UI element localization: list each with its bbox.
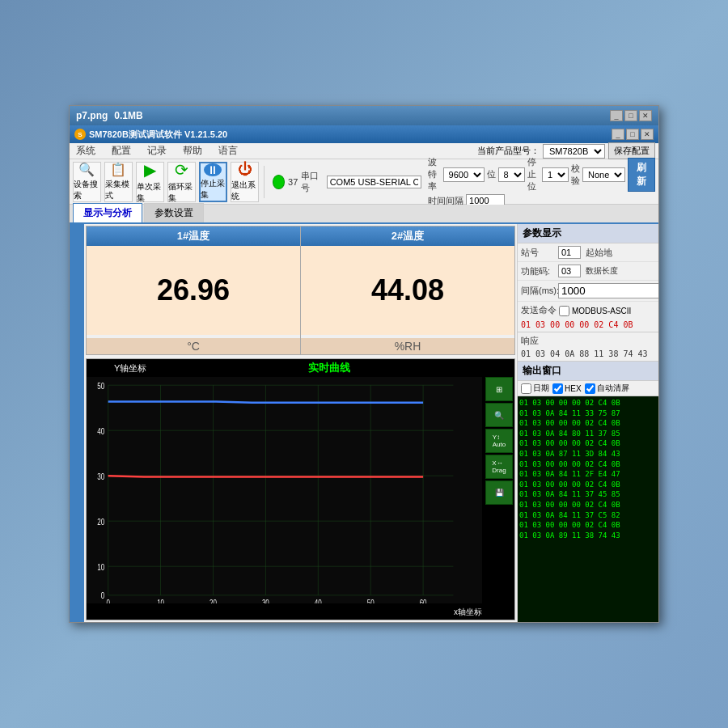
refresh-button[interactable]: 刷新 xyxy=(628,158,655,192)
func-row: 功能码: 03 数据长度 xyxy=(518,262,658,281)
device-search-button[interactable]: 🔍 设备搜索 xyxy=(73,162,101,202)
exit-system-label: 退出系统 xyxy=(231,180,258,202)
data-display: 1#温度 26.96 °C 2#温度 44.08 %RH xyxy=(86,226,515,355)
response-section: 响应 01 03 04 0A 88 11 38 74 43 xyxy=(518,332,658,362)
tab-bar: 显示与分析 参数设置 xyxy=(70,205,658,224)
chart-x-axis-label: x轴坐标 xyxy=(119,607,482,618)
hex-option[interactable]: HEX xyxy=(552,383,582,394)
stop-collect-button[interactable]: ⏸ 停止采集 xyxy=(199,162,228,202)
chart-controls: ⊞ 🔍 Y↕Auto X↔Drag 💾 xyxy=(485,377,513,505)
output-section: 输出窗口 日期 HEX 自 xyxy=(518,362,658,622)
toolbar-separator xyxy=(264,166,265,198)
stop-label: 停止位 xyxy=(527,156,540,193)
baud-select[interactable]: 9600 xyxy=(443,167,485,182)
response-label: 响应 xyxy=(521,335,655,347)
channel-2-header: 2#温度 xyxy=(301,226,514,246)
maximize-button[interactable]: □ xyxy=(624,110,637,121)
chart-svg: 50 40 30 20 10 0 xyxy=(87,377,482,603)
chart-save-button[interactable]: 💾 xyxy=(485,480,513,505)
app-maximize-button[interactable]: □ xyxy=(626,129,639,140)
chart-grid-button[interactable]: ⊞ xyxy=(485,377,513,401)
menu-system[interactable]: 系统 xyxy=(73,142,99,159)
send-cmd-label: 发送命令 xyxy=(521,304,557,316)
toolbar-right: 37 串口号 波特率 9600 位 8 xyxy=(273,156,655,207)
channel-2-value: 44.08 xyxy=(371,273,444,307)
menu-help[interactable]: 帮助 xyxy=(180,142,205,159)
minimize-button[interactable]: _ xyxy=(610,110,623,121)
station-label: 站号 xyxy=(521,247,557,259)
close-button[interactable]: ✕ xyxy=(639,110,652,121)
console-line: 01 03 0A 84 11 37 45 85 xyxy=(519,489,657,500)
auto-clear-option[interactable]: 自动清屏 xyxy=(585,383,629,394)
func-label: 功能码: xyxy=(521,265,557,277)
loop-collect-button[interactable]: ⟳ 循环采集 xyxy=(167,162,196,202)
app-icon: S xyxy=(74,129,86,140)
svg-text:30: 30 xyxy=(262,597,269,603)
channel-1-unit: °C xyxy=(87,338,300,354)
file-size: 0.1MB xyxy=(114,110,142,121)
main-window: p7.png 0.1MB _ □ ✕ S SM7820B测试调试软件 V1.21… xyxy=(69,105,659,623)
func-value: 03 xyxy=(558,265,581,277)
response-value: 01 03 04 0A 88 11 38 74 43 xyxy=(521,349,648,358)
chart-zoom-button[interactable]: 🔍 xyxy=(485,403,513,427)
hex-checkbox[interactable] xyxy=(552,383,563,394)
channel-1-header: 1#温度 xyxy=(87,226,300,246)
exit-system-button[interactable]: ⏻ 退出系统 xyxy=(231,162,259,202)
app-close-button[interactable]: ✕ xyxy=(641,129,654,140)
console-line: 01 03 0A 87 11 3D 84 43 xyxy=(519,449,657,459)
menu-config[interactable]: 配置 xyxy=(108,142,134,159)
modbus-ascii-checkbox[interactable] xyxy=(559,306,569,316)
chart-title-row: Y轴坐标 实时曲线 xyxy=(87,359,514,377)
svg-text:0: 0 xyxy=(106,597,110,603)
svg-text:60: 60 xyxy=(420,597,427,603)
device-search-label: 设备搜索 xyxy=(74,179,100,201)
svg-rect-0 xyxy=(87,377,482,603)
bit-select[interactable]: 8 xyxy=(498,167,525,182)
check-select[interactable]: None xyxy=(582,167,625,182)
app-minimize-button[interactable]: _ xyxy=(612,129,624,140)
right-panel: 参数显示 站号 01 起始地 功能码: 03 数据长度 间隔(ms): xyxy=(517,224,658,622)
exit-system-icon: ⏻ xyxy=(235,161,255,178)
menu-language[interactable]: 语言 xyxy=(215,142,241,159)
svg-text:0: 0 xyxy=(101,590,105,600)
channel-2-unit: %RH xyxy=(301,338,514,354)
single-collect-button[interactable]: ▶ 单次采集 xyxy=(136,162,164,202)
chart-x-drag-button[interactable]: X↔Drag xyxy=(485,455,513,479)
check-label: 校验 xyxy=(571,163,580,187)
single-collect-label: 单次采集 xyxy=(137,181,163,204)
baud-label: 波特率 xyxy=(428,156,440,193)
menu-record[interactable]: 记录 xyxy=(144,142,170,159)
interval-field[interactable] xyxy=(558,283,658,298)
loop-collect-label: 循环采集 xyxy=(168,181,195,204)
date-option[interactable]: 日期 xyxy=(521,383,549,394)
console-line: 01 03 0A 89 11 38 74 43 xyxy=(519,531,657,541)
console-line: 01 03 00 00 00 02 C4 0B xyxy=(519,500,657,510)
app-title: SM7820B测试调试软件 V1.21.5.20 xyxy=(89,129,608,141)
chart-area: Y轴坐标 实时曲线 50 40 30 xyxy=(86,358,515,620)
console-line: 01 03 0A 84 11 37 C5 82 xyxy=(519,510,657,521)
stop-select[interactable]: 1 xyxy=(542,167,569,182)
stop-collect-icon: ⏸ xyxy=(204,163,222,176)
chart-y-auto-button[interactable]: Y↕Auto xyxy=(485,429,513,453)
serial-field[interactable] xyxy=(327,176,421,188)
date-checkbox[interactable] xyxy=(521,383,531,394)
console-line: 01 03 0A 84 80 11 37 85 xyxy=(519,429,657,439)
start-addr-label: 起始地 xyxy=(586,247,621,259)
loop-collect-icon: ⟳ xyxy=(171,160,191,180)
svg-text:20: 20 xyxy=(97,517,104,527)
console-line: 01 03 00 00 00 02 C4 0B xyxy=(519,459,657,470)
toolbar: 🔍 设备搜索 📋 采集模式 ▶ 单次采集 ⟳ 循环采集 ⏸ 停止采集 xyxy=(70,159,658,205)
collect-mode-button[interactable]: 📋 采集模式 xyxy=(104,162,133,202)
auto-clear-checkbox[interactable] xyxy=(585,383,595,394)
chart-main-title: 实时曲线 xyxy=(146,361,511,375)
file-title: p7.png xyxy=(76,110,108,121)
count-value: 37 xyxy=(288,177,298,187)
svg-text:40: 40 xyxy=(315,597,322,603)
tab-params[interactable]: 参数设置 xyxy=(144,203,204,222)
status-light xyxy=(273,175,285,189)
svg-text:20: 20 xyxy=(210,597,217,603)
send-cmd-section: 发送命令 MODBUS-ASCII 01 03 00 00 00 02 C4 0… xyxy=(518,302,658,332)
channel-2: 2#温度 44.08 %RH xyxy=(301,226,514,354)
svg-text:50: 50 xyxy=(367,597,375,603)
tab-display[interactable]: 显示与分析 xyxy=(73,203,142,222)
